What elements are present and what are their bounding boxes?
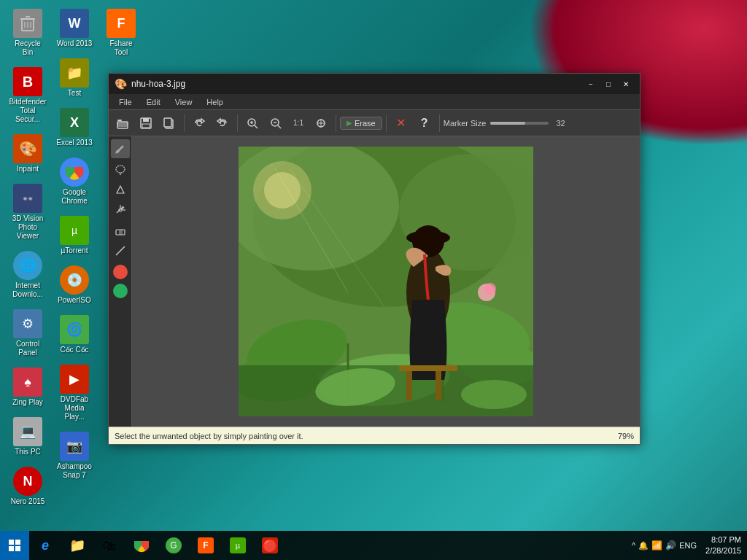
fit-button[interactable] — [310, 113, 332, 133]
desktop-icon-coccoc[interactable]: 🌀 Cốc Cốc — [53, 312, 96, 357]
desktop-icon-inpaint[interactable]: 🎨 Inpaint — [6, 131, 50, 176]
taskbar-chrome[interactable] — [125, 531, 158, 560]
svg-line-16 — [255, 125, 258, 128]
desktop-icon-3dvision[interactable]: 👓 3D Vision Photo Viewer — [6, 181, 50, 244]
start-button[interactable] — [0, 531, 29, 560]
color-red-tool[interactable] — [113, 265, 128, 279]
test-label: Test — [68, 89, 81, 98]
desktop-icon-utorrent[interactable]: µ µTorrent — [53, 213, 96, 258]
undo-button[interactable] — [188, 113, 210, 133]
3dvision-icon: 👓 — [13, 184, 42, 213]
taskbar-ie[interactable]: e — [29, 531, 61, 560]
marker-slider-fill — [490, 122, 525, 125]
open-button[interactable] — [112, 113, 133, 133]
menubar: File Edit View Help — [109, 94, 640, 110]
desktop-icon-word[interactable]: W Word 2013 — [53, 6, 96, 51]
desktop-icon-area: Recycle Bin B Bitdefender Total Secur...… — [0, 0, 102, 525]
toolbar-sep-1 — [184, 114, 185, 132]
window-title: nhu-hoa-3.jpg — [131, 79, 185, 89]
dvdfab-label: DVDFab Media Play... — [55, 395, 93, 421]
window-controls: − □ ✕ — [583, 77, 634, 90]
taskbar-clock[interactable]: 8:07 PM 2/28/2015 — [700, 534, 747, 557]
brush-tool[interactable] — [111, 139, 130, 158]
minimize-button[interactable]: − — [583, 77, 599, 90]
chrome-label: Google Chrome — [55, 188, 93, 206]
redo-button[interactable] — [212, 113, 233, 133]
coccoc-label: Cốc Cốc — [60, 346, 88, 354]
svg-point-57 — [461, 380, 527, 409]
desktop-icon-test[interactable]: 📁 Test — [53, 55, 96, 101]
excel-icon: X — [60, 108, 89, 137]
save-button[interactable] — [135, 113, 157, 133]
color-green-tool[interactable] — [113, 284, 128, 298]
toolbar-sep-3 — [336, 114, 336, 132]
svg-point-59 — [484, 283, 496, 295]
erase-button[interactable]: ▶ Erase — [340, 117, 382, 130]
desktop-icon-chrome[interactable]: Google Chrome — [53, 155, 96, 209]
photo-svg — [239, 147, 533, 416]
control-label: Control Panel — [9, 340, 47, 357]
copy-button[interactable] — [158, 113, 180, 133]
word-label: Word 2013 — [57, 39, 93, 48]
tray-volume[interactable]: 🔊 — [665, 540, 676, 551]
svg-rect-11 — [143, 118, 149, 122]
desktop-icon-fshare[interactable]: F Fshare Tool — [99, 6, 143, 60]
taskbar-utorrent[interactable]: µ — [222, 531, 254, 560]
desktop-icon-bitdefender[interactable]: B Bitdefender Total Secur... — [6, 64, 50, 127]
status-text: Select the unwanted object by simply pai… — [115, 432, 303, 440]
taskbar: e 📁 🛍 G F µ 🔴 — [0, 531, 747, 560]
marker-size-slider[interactable] — [490, 122, 549, 125]
taskbar-explorer[interactable]: 📁 — [61, 531, 93, 560]
green-circle-icon — [113, 284, 128, 298]
svg-rect-64 — [9, 546, 14, 551]
eraser-tool[interactable] — [111, 221, 130, 240]
thispc-label: This PC — [15, 448, 41, 456]
desktop-icon-internet[interactable]: 🌐 Internet Downlo... — [6, 248, 50, 302]
menu-edit[interactable]: Edit — [139, 94, 168, 109]
desktop-icon-poweriso[interactable]: 💿 PowerISO — [53, 262, 96, 308]
zoom-100-button[interactable]: 1:1 — [288, 113, 309, 133]
inpaint-icon: 🎨 — [13, 134, 42, 163]
magic-wand-tool[interactable] — [111, 201, 130, 219]
status-bar: Select the unwanted object by simply pai… — [109, 427, 640, 444]
clock-time: 8:07 PM — [705, 534, 741, 545]
desktop-icon-excel[interactable]: X Excel 2013 — [53, 105, 96, 150]
desktop-icon-ashampoo[interactable]: 📷 Ashampoo Snap 7 — [53, 429, 96, 483]
recycle-bin-label: Recycle Bin — [9, 39, 47, 57]
internet-label: Internet Downlo... — [9, 281, 47, 299]
taskbar-items: e 📁 🛍 G F µ 🔴 — [29, 531, 629, 560]
chrome-icon — [60, 158, 89, 187]
line-tool[interactable] — [111, 241, 130, 260]
menu-view[interactable]: View — [168, 94, 200, 109]
menu-help[interactable]: Help — [199, 94, 231, 109]
nero-label: Nero 2015 — [11, 497, 45, 506]
taskbar-store[interactable]: 🛍 — [93, 531, 125, 560]
maximize-button[interactable]: □ — [600, 77, 616, 90]
desktop-icon-dvdfab[interactable]: ▶ DVDFab Media Play... — [53, 362, 96, 424]
lasso-tool[interactable] — [111, 160, 130, 179]
left-toolbar — [109, 136, 132, 427]
desktop-icon-nero[interactable]: N Nero 2015 — [6, 464, 50, 509]
tray-notifications[interactable]: 🔔 — [638, 541, 649, 551]
desktop-icon-recycle-bin[interactable]: Recycle Bin — [6, 6, 50, 60]
canvas-area[interactable] — [132, 136, 640, 427]
desktop-icon-zing[interactable]: ♠ Zing Play — [6, 365, 50, 410]
taskbar-greenshot[interactable]: G — [158, 531, 190, 560]
taskbar-fshare[interactable]: F — [190, 531, 222, 560]
tray-expand[interactable]: ^ — [632, 541, 635, 550]
close-tool-button[interactable]: ✕ — [390, 113, 412, 133]
menu-file[interactable]: File — [112, 94, 139, 109]
dvdfab-icon: ▶ — [60, 365, 89, 394]
desktop-icon-control[interactable]: ⚙ Control Panel — [6, 306, 50, 360]
close-button[interactable]: ✕ — [618, 77, 634, 90]
zoom-in-button[interactable] — [241, 113, 263, 133]
tray-network[interactable]: 📶 — [651, 540, 662, 551]
help-tool-button[interactable]: ? — [414, 113, 436, 133]
zoom-out-button[interactable] — [265, 113, 287, 133]
polygon-tool[interactable] — [111, 180, 130, 199]
svg-line-20 — [278, 125, 281, 128]
marker-size-value: 32 — [553, 119, 571, 128]
tray-lang[interactable]: ENG — [679, 541, 697, 550]
desktop-icon-thispc[interactable]: 💻 This PC — [6, 414, 50, 459]
taskbar-extra[interactable]: 🔴 — [254, 531, 286, 560]
